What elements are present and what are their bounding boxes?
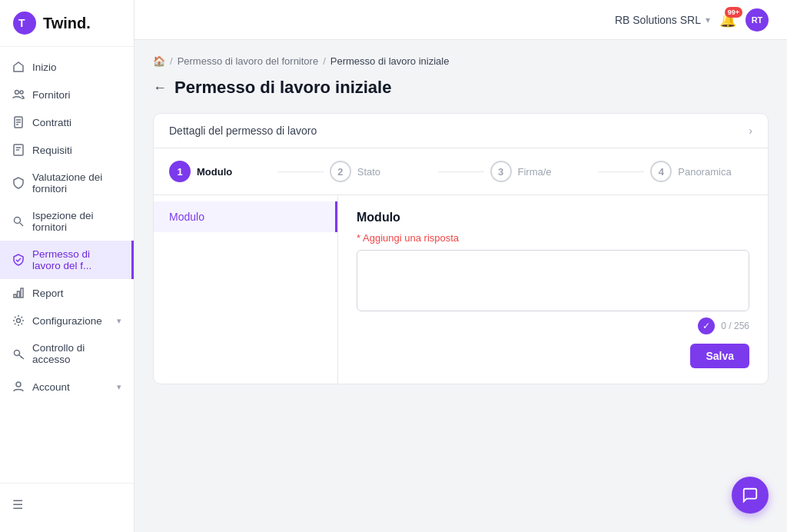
notification-badge: 99+ [725, 7, 742, 18]
key-icon [12, 347, 25, 360]
search-icon [12, 215, 25, 228]
svg-point-17 [15, 351, 20, 356]
svg-rect-13 [14, 294, 16, 298]
breadcrumb-sep-1: / [170, 55, 173, 67]
form-title: Modulo [357, 211, 749, 224]
sidebar-item-permesso[interactable]: Permesso di lavoro del f... [0, 241, 134, 279]
response-textarea[interactable] [357, 250, 749, 311]
sidebar-item-requisiti[interactable]: Requisiti [0, 136, 134, 164]
details-label: Dettagli del permesso di lavoro [169, 125, 317, 137]
svg-point-11 [15, 218, 21, 224]
chat-icon [742, 487, 759, 504]
details-chevron: › [749, 125, 752, 137]
notification-button[interactable]: 🔔 99+ [719, 12, 736, 28]
gear-icon [12, 314, 25, 327]
stepper: 1 Modulo 2 Stato 3 Firma/e 4 Panoramica [154, 148, 768, 195]
sidebar-item-controllo[interactable]: Controllo di accesso [0, 334, 134, 373]
users-icon [12, 88, 25, 101]
step-1-circle: 1 [169, 161, 191, 182]
svg-line-19 [21, 357, 22, 358]
breadcrumb-current: Permesso di lavoro iniziale [330, 55, 450, 67]
save-button[interactable]: Salva [690, 344, 749, 368]
details-row[interactable]: Dettagli del permesso di lavoro › [154, 114, 768, 148]
sidebar-bottom: ☰ [0, 483, 134, 532]
shield2-icon [12, 254, 25, 266]
form-area: Modulo *Aggiungi una risposta ✓ 0 / 256 … [338, 195, 768, 384]
step-3-circle: 3 [490, 161, 512, 182]
sidebar-item-configurazione[interactable]: Configurazione ▾ [0, 307, 134, 334]
sidebar: T Twind. Inizio Fornitori Contratti Requ… [0, 0, 134, 532]
svg-point-3 [20, 91, 23, 94]
step-3-label: Firma/e [518, 166, 552, 178]
company-selector[interactable]: RB Solutions SRL ▾ [615, 14, 710, 26]
char-count: 0 / 256 [721, 321, 749, 331]
back-button[interactable]: ← [153, 81, 167, 95]
form-required-label: *Aggiungi una risposta [357, 232, 749, 244]
form-footer: ✓ 0 / 256 [357, 318, 749, 334]
sidebar-item-report[interactable]: Report [0, 279, 134, 307]
card-sidebar: Modulo [154, 195, 338, 384]
doc-icon [12, 144, 25, 156]
step-1[interactable]: 1 Modulo [169, 161, 271, 182]
step-divider-1 [277, 171, 324, 172]
chat-fab[interactable] [732, 477, 769, 514]
step-2[interactable]: 2 Stato [330, 161, 432, 182]
check-icon: ✓ [698, 318, 715, 334]
header: RB Solutions SRL ▾ 🔔 99+ RT [134, 0, 787, 40]
account-chevron: ▾ [117, 382, 121, 392]
shield-icon [12, 177, 25, 189]
card-sidebar-modulo[interactable]: Modulo [154, 201, 337, 232]
breadcrumb-sep-2: / [323, 55, 326, 67]
file-icon [12, 116, 25, 128]
sidebar-item-valutazione[interactable]: Valutazione dei fornitori [0, 164, 134, 202]
sidebar-nav: Inizio Fornitori Contratti Requisiti Val… [0, 47, 134, 483]
sidebar-item-account[interactable]: Account ▾ [0, 373, 134, 401]
step-divider-3 [598, 171, 644, 172]
home-breadcrumb-icon[interactable]: 🏠 [153, 55, 165, 67]
svg-rect-15 [21, 288, 23, 298]
card-body: Modulo Modulo *Aggiungi una risposta ✓ 0… [154, 195, 768, 384]
page-title: Permesso di lavoro iniziale [174, 78, 391, 98]
step-3[interactable]: 3 Firma/e [490, 161, 593, 182]
step-4-circle: 4 [650, 161, 672, 182]
hamburger-menu[interactable]: ☰ [0, 490, 134, 520]
company-chevron: ▾ [706, 15, 710, 25]
step-1-label: Modulo [197, 166, 232, 178]
step-divider-2 [438, 171, 484, 172]
step-2-label: Stato [357, 166, 380, 178]
home-icon [12, 61, 25, 73]
sidebar-item-inizio[interactable]: Inizio [0, 53, 134, 81]
main-content: RB Solutions SRL ▾ 🔔 99+ RT 🏠 / Permesso… [134, 0, 787, 532]
logo-icon: T [12, 11, 37, 35]
required-asterisk: * [357, 232, 360, 244]
company-name: RB Solutions SRL [615, 14, 701, 26]
svg-line-12 [20, 223, 23, 226]
logo-text: Twind. [43, 15, 91, 32]
sidebar-item-contratti[interactable]: Contratti [0, 108, 134, 136]
svg-rect-14 [18, 291, 20, 298]
logo[interactable]: T Twind. [0, 0, 134, 47]
svg-point-20 [16, 382, 21, 387]
svg-point-2 [15, 91, 19, 95]
svg-text:T: T [18, 17, 25, 29]
step-4[interactable]: 4 Panoramica [650, 161, 752, 182]
step-2-circle: 2 [330, 161, 351, 182]
main-card: Dettagli del permesso di lavoro › 1 Modu… [153, 113, 769, 384]
svg-point-16 [17, 319, 21, 323]
configurazione-chevron: ▾ [117, 316, 121, 326]
page-content: 🏠 / Permesso di lavoro del fornitore / P… [134, 40, 787, 532]
person-icon [12, 381, 25, 393]
sidebar-item-ispezione[interactable]: Ispezione dei fornitori [0, 202, 134, 241]
user-avatar[interactable]: RT [745, 8, 769, 32]
sidebar-item-fornitori[interactable]: Fornitori [0, 81, 134, 108]
chart-icon [12, 287, 25, 299]
breadcrumb-parent[interactable]: Permesso di lavoro del fornitore [178, 55, 319, 67]
breadcrumb: 🏠 / Permesso di lavoro del fornitore / P… [153, 55, 769, 67]
page-title-row: ← Permesso di lavoro iniziale [153, 78, 769, 98]
step-4-label: Panoramica [678, 166, 731, 178]
